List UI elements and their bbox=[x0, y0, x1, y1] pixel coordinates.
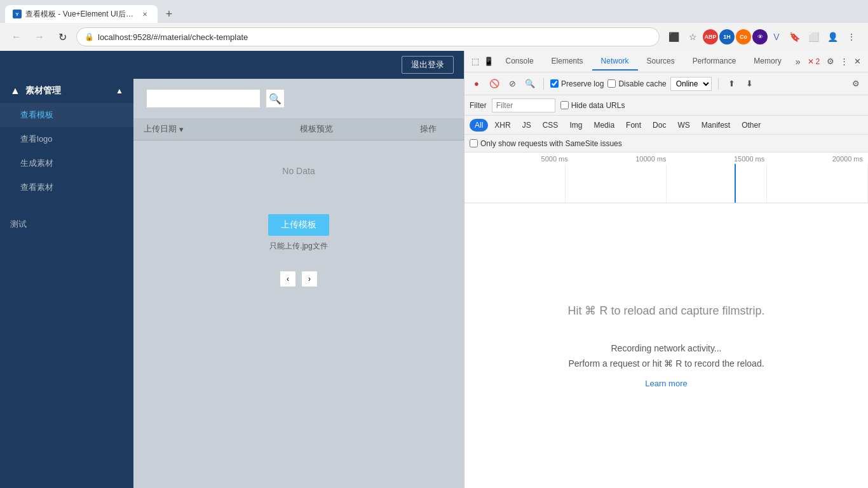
preview-column-header: 模板预览 bbox=[230, 123, 403, 135]
preserve-log-label[interactable]: Preserve log bbox=[550, 79, 604, 88]
sidebar-item-generate-material[interactable]: 生成素材 bbox=[0, 151, 133, 175]
extension-icons: ⬛ ☆ ABP 1H Co 👁 V 🔖 ⬜ 👤 ⋮ bbox=[665, 28, 860, 46]
next-page-button[interactable]: › bbox=[301, 271, 318, 287]
sidebar-section-header[interactable]: ▲ 素材管理 ▲ bbox=[0, 79, 133, 103]
type-doc-button[interactable]: Doc bbox=[648, 119, 671, 132]
new-tab-button[interactable]: + bbox=[160, 5, 178, 23]
record-button[interactable]: ● bbox=[470, 77, 484, 91]
hide-data-urls-label[interactable]: Hide data URLs bbox=[560, 101, 625, 110]
devtools-network-toolbar: ● 🚫 ⊘ 🔍 Preserve log Disable cache Onlin… bbox=[465, 72, 868, 95]
devtools-settings-button[interactable]: ⚙ bbox=[825, 54, 836, 69]
network-timeline: 5000 ms 10000 ms 15000 ms 20000 ms bbox=[465, 152, 868, 203]
prev-page-button[interactable]: ‹ bbox=[280, 271, 296, 287]
toolbar-separator bbox=[543, 78, 544, 90]
timeline-label-10000: 10000 ms bbox=[568, 155, 667, 163]
address-bar[interactable]: 🔒 localhost:9528/#/material/check-templa… bbox=[76, 27, 660, 46]
disable-cache-label[interactable]: Disable cache bbox=[607, 79, 666, 88]
search-button[interactable]: 🔍 bbox=[523, 77, 537, 91]
type-manifest-button[interactable]: Manifest bbox=[696, 119, 735, 132]
back-button[interactable]: ← bbox=[8, 28, 25, 46]
clear-button[interactable]: 🚫 bbox=[487, 77, 501, 91]
type-font-button[interactable]: Font bbox=[621, 119, 646, 132]
tab-bar: Y 查看模板 - Vue+Element UI后台... ✕ + bbox=[5, 0, 178, 23]
type-all-button[interactable]: All bbox=[470, 119, 488, 132]
disable-cache-checkbox[interactable] bbox=[607, 79, 616, 88]
learn-more-link[interactable]: Learn more bbox=[645, 379, 687, 388]
devtools-more-options-button[interactable]: ⋮ bbox=[838, 54, 849, 69]
devtools-tab-memory[interactable]: Memory bbox=[745, 53, 790, 71]
search-button[interactable]: 🔍 bbox=[266, 89, 285, 108]
samesite-label[interactable]: Only show requests with SameSite issues bbox=[470, 139, 622, 148]
toolbar-separator-2 bbox=[718, 78, 719, 90]
reload-hint-text: Hit ⌘ R to reload and capture filmstrip. bbox=[567, 304, 764, 318]
preserve-log-checkbox[interactable] bbox=[550, 79, 559, 88]
sidebar-item-check-logo[interactable]: 查看logo bbox=[0, 127, 133, 151]
devtools-tab-elements[interactable]: Elements bbox=[543, 53, 592, 71]
translate-icon[interactable]: ⬛ bbox=[665, 28, 682, 46]
profile-icon[interactable]: 👤 bbox=[824, 28, 841, 46]
active-tab[interactable]: Y 查看模板 - Vue+Element UI后台... ✕ bbox=[5, 5, 158, 23]
table-header: 上传日期 ▾ 模板预览 操作 bbox=[133, 118, 464, 140]
bookmark2-icon[interactable]: 🔖 bbox=[785, 28, 803, 46]
export-button[interactable]: ⬇ bbox=[743, 77, 757, 91]
type-xhr-button[interactable]: XHR bbox=[489, 119, 515, 132]
1h-icon[interactable]: 1H bbox=[719, 29, 735, 44]
adblock-icon[interactable]: ABP bbox=[703, 29, 718, 44]
eye-icon[interactable]: 👁 bbox=[752, 29, 768, 44]
browser-content: 退出登录 ▲ 素材管理 ▲ 查看模板 查看logo 生成素材 查看素材 测试 bbox=[0, 51, 868, 488]
devtools-tab-sources[interactable]: Sources bbox=[638, 53, 684, 71]
devtools-tab-console[interactable]: Console bbox=[497, 53, 543, 71]
bookmark-icon[interactable]: ☆ bbox=[684, 28, 702, 46]
timeline-marker bbox=[735, 164, 736, 203]
sidebar-item-check-material[interactable]: 查看素材 bbox=[0, 175, 133, 200]
devtools-tab-network[interactable]: Network bbox=[592, 53, 638, 71]
app-container: 退出登录 ▲ 素材管理 ▲ 查看模板 查看logo 生成素材 查看素材 测试 bbox=[0, 51, 464, 488]
devtools-close-button[interactable]: ✕ bbox=[852, 54, 863, 69]
devtools-tab-bar: Console Elements Network Sources Perform… bbox=[497, 53, 806, 71]
type-css-button[interactable]: CSS bbox=[538, 119, 564, 132]
samesite-checkbox[interactable] bbox=[470, 139, 478, 147]
type-ws-button[interactable]: WS bbox=[672, 119, 695, 132]
samesite-text: Only show requests with SameSite issues bbox=[480, 139, 622, 148]
settings-button[interactable]: ⚙ bbox=[849, 77, 863, 91]
upload-section: 上传模板 只能上传.jpg文件 bbox=[133, 201, 464, 264]
recording-subtext: Perform a request or hit ⌘ R to record t… bbox=[568, 358, 764, 369]
import-button[interactable]: ⬆ bbox=[725, 77, 739, 91]
search-input[interactable] bbox=[146, 89, 261, 108]
reload-button[interactable]: ↻ bbox=[53, 28, 71, 46]
search-area: 🔍 bbox=[133, 79, 464, 118]
timeline-col-3 bbox=[667, 164, 768, 203]
logout-button[interactable]: 退出登录 bbox=[402, 56, 454, 74]
filter-input[interactable] bbox=[492, 98, 555, 112]
address-text: localhost:9528/#/material/check-template bbox=[98, 32, 248, 42]
devtools-tab-performance[interactable]: Performance bbox=[684, 53, 745, 71]
devtools-inspect-button[interactable]: ⬚ bbox=[470, 54, 480, 69]
upload-button[interactable]: 上传模板 bbox=[268, 214, 329, 236]
type-other-button[interactable]: Other bbox=[736, 119, 766, 132]
recording-text: Recording network activity... bbox=[611, 343, 721, 353]
window-icon[interactable]: ⬜ bbox=[804, 28, 822, 46]
browser-titlebar: Y 查看模板 - Vue+Element UI后台... ✕ + bbox=[0, 0, 868, 23]
type-media-button[interactable]: Media bbox=[588, 119, 620, 132]
type-img-button[interactable]: Img bbox=[564, 119, 587, 132]
hide-data-urls-checkbox[interactable] bbox=[560, 101, 569, 109]
disable-cache-text: Disable cache bbox=[618, 79, 666, 88]
menu-icon[interactable]: ⋮ bbox=[843, 28, 860, 46]
type-js-button[interactable]: JS bbox=[517, 119, 536, 132]
devtools-device-button[interactable]: 📱 bbox=[483, 54, 494, 69]
sidebar-item-test[interactable]: 测试 bbox=[0, 212, 133, 236]
timeline-label-15000: 15000 ms bbox=[667, 155, 765, 163]
devtools-more-tabs-button[interactable]: » bbox=[790, 54, 806, 69]
timeline-labels: 5000 ms 10000 ms 15000 ms 20000 ms bbox=[465, 155, 868, 163]
co-icon[interactable]: Co bbox=[736, 29, 751, 44]
timeline-label-5000: 5000 ms bbox=[470, 155, 568, 163]
throttle-select[interactable]: Online bbox=[670, 77, 712, 91]
filter-button[interactable]: ⊘ bbox=[505, 77, 519, 91]
sidebar: ▲ 素材管理 ▲ 查看模板 查看logo 生成素材 查看素材 测试 bbox=[0, 79, 133, 488]
v-icon[interactable]: V bbox=[769, 29, 784, 44]
main-content: 🔍 上传日期 ▾ 模板预览 操作 No Data 上传模板 只能上传.jpg文件 bbox=[133, 79, 464, 488]
forward-button[interactable]: → bbox=[31, 28, 48, 46]
tab-close-button[interactable]: ✕ bbox=[140, 9, 150, 19]
sidebar-item-check-template[interactable]: 查看模板 bbox=[0, 103, 133, 127]
type-filter-row: All XHR JS CSS Img Media Font Doc WS Man… bbox=[465, 116, 868, 135]
